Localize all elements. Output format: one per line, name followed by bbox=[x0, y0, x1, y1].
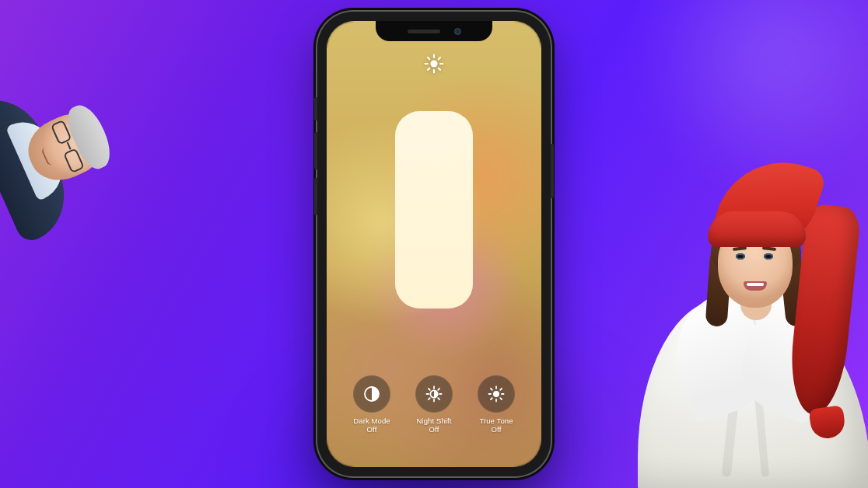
power-button[interactable] bbox=[551, 144, 554, 198]
svg-line-26 bbox=[491, 398, 492, 399]
decorative-person-right bbox=[630, 151, 868, 488]
brightness-slider[interactable] bbox=[395, 111, 473, 308]
iphone-frame: Dark Mode Off bbox=[317, 12, 551, 476]
svg-line-25 bbox=[500, 398, 502, 399]
background-glow-top bbox=[619, 0, 868, 171]
svg-point-0 bbox=[430, 60, 437, 67]
svg-line-18 bbox=[438, 389, 439, 390]
dark-mode-icon bbox=[353, 375, 390, 413]
svg-line-16 bbox=[438, 398, 439, 399]
svg-point-19 bbox=[493, 391, 499, 397]
night-shift-toggle[interactable]: Night Shift Off bbox=[415, 375, 453, 434]
decorative-person-left bbox=[0, 63, 131, 242]
svg-line-17 bbox=[429, 398, 430, 399]
earpiece-speaker bbox=[408, 30, 440, 33]
display-controls-row: Dark Mode Off bbox=[327, 375, 541, 434]
phone-screen: Dark Mode Off bbox=[327, 21, 541, 467]
volume-down-button[interactable] bbox=[314, 178, 317, 215]
dark-mode-toggle[interactable]: Dark Mode Off bbox=[353, 375, 390, 434]
front-camera bbox=[454, 28, 461, 35]
svg-line-27 bbox=[500, 389, 502, 390]
svg-line-7 bbox=[428, 68, 429, 70]
true-tone-state: Off bbox=[479, 426, 513, 434]
volume-up-button[interactable] bbox=[314, 132, 317, 169]
mute-switch[interactable] bbox=[314, 97, 317, 120]
night-shift-icon bbox=[415, 375, 453, 413]
brightness-slider-fill bbox=[395, 111, 473, 308]
svg-line-5 bbox=[428, 58, 429, 59]
dark-mode-label: Dark Mode bbox=[353, 417, 390, 425]
sun-icon bbox=[424, 54, 444, 74]
night-shift-label: Night Shift bbox=[417, 417, 452, 425]
night-shift-state: Off bbox=[417, 426, 452, 434]
true-tone-label: True Tone bbox=[479, 417, 513, 425]
svg-line-24 bbox=[491, 389, 492, 390]
true-tone-icon bbox=[478, 375, 515, 413]
svg-line-8 bbox=[439, 58, 440, 59]
display-notch bbox=[376, 21, 492, 41]
true-tone-toggle[interactable]: True Tone Off bbox=[478, 375, 515, 434]
svg-line-15 bbox=[429, 389, 430, 390]
svg-line-6 bbox=[439, 68, 440, 70]
dark-mode-state: Off bbox=[353, 426, 390, 434]
